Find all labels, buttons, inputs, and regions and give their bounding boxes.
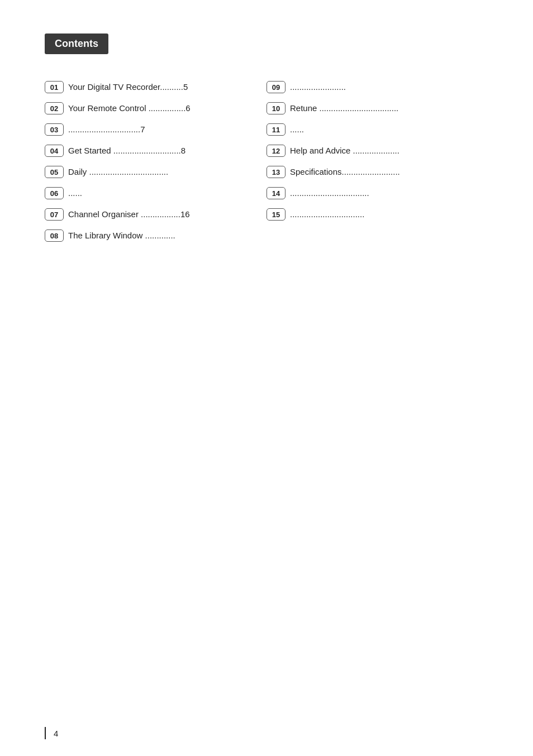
toc-item: 12Help and Advice .................... bbox=[266, 140, 488, 161]
toc-item-num: 15 bbox=[266, 208, 285, 221]
toc-item: 08The Library Window ............. bbox=[45, 225, 266, 246]
toc-item-num: 14 bbox=[266, 187, 285, 199]
toc-item-label: Retune .................................… bbox=[290, 103, 488, 113]
toc-item-label: ...... bbox=[290, 125, 488, 134]
toc-item-label: .................................. bbox=[290, 188, 488, 198]
toc-item-label: Specifications......................... bbox=[290, 167, 488, 176]
toc-item-num: 10 bbox=[266, 102, 285, 114]
toc-item-label: Help and Advice .................... bbox=[290, 146, 488, 155]
toc-grid: 01Your Digital TV Recorder..........502Y… bbox=[45, 76, 488, 246]
toc-item-num: 03 bbox=[45, 123, 64, 136]
toc-item-num: 04 bbox=[45, 145, 64, 157]
toc-item-label: Your Digital TV Recorder..........5 bbox=[68, 82, 266, 92]
toc-item-num: 09 bbox=[266, 81, 285, 93]
toc-item-label: Get Started ............................… bbox=[68, 146, 266, 155]
toc-item: 04Get Started ..........................… bbox=[45, 140, 266, 161]
toc-item-label: Daily .................................. bbox=[68, 167, 266, 176]
toc-item-num: 06 bbox=[45, 187, 64, 199]
toc-item-num: 08 bbox=[45, 229, 64, 242]
toc-item: 01Your Digital TV Recorder..........5 bbox=[45, 76, 266, 98]
toc-item-num: 07 bbox=[45, 208, 64, 221]
toc-item-num: 11 bbox=[266, 123, 285, 136]
toc-item-label: ...... bbox=[68, 188, 266, 198]
toc-item: 13Specifications........................… bbox=[266, 161, 488, 183]
page: Contents 01Your Digital TV Recorder.....… bbox=[0, 0, 533, 756]
toc-item-label: Your Remote Control ................6 bbox=[68, 103, 266, 113]
toc-item: 10Retune ...............................… bbox=[266, 98, 488, 119]
toc-right-col: 09........................10Retune .....… bbox=[266, 76, 488, 246]
toc-item-label: Channel Organiser .................16 bbox=[68, 209, 266, 219]
footer-divider bbox=[45, 727, 46, 739]
toc-item-label: ........................ bbox=[290, 82, 488, 92]
toc-item: 11...... bbox=[266, 119, 488, 140]
toc-left-col: 01Your Digital TV Recorder..........502Y… bbox=[45, 76, 266, 246]
toc-item: 03...............................7 bbox=[45, 119, 266, 140]
contents-title: Contents bbox=[55, 38, 98, 49]
toc-item-label: ................................ bbox=[290, 209, 488, 219]
toc-item-num: 12 bbox=[266, 145, 285, 157]
toc-item: 07Channel Organiser .................16 bbox=[45, 204, 266, 225]
contents-header: Contents bbox=[45, 34, 108, 54]
toc-item-label: ...............................7 bbox=[68, 125, 266, 134]
page-number: 4 bbox=[54, 729, 58, 738]
toc-item-num: 01 bbox=[45, 81, 64, 93]
toc-item: 15................................ bbox=[266, 204, 488, 225]
toc-item-num: 02 bbox=[45, 102, 64, 114]
toc-item: 02Your Remote Control ................6 bbox=[45, 98, 266, 119]
toc-item: 05Daily ................................… bbox=[45, 161, 266, 183]
toc-item-num: 13 bbox=[266, 166, 285, 178]
toc-item-num: 05 bbox=[45, 166, 64, 178]
toc-item: 06...... bbox=[45, 183, 266, 204]
toc-item: 09........................ bbox=[266, 76, 488, 98]
toc-item: 14.................................. bbox=[266, 183, 488, 204]
toc-item-label: The Library Window ............. bbox=[68, 231, 266, 240]
page-footer: 4 bbox=[45, 727, 58, 739]
